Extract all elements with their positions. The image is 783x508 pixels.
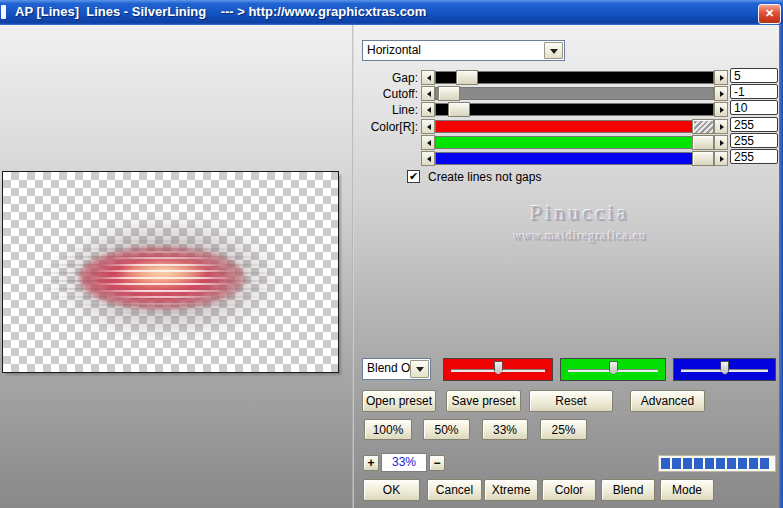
watermark-name: Pinuccia — [440, 200, 720, 226]
progress-segment — [661, 458, 670, 469]
green-mix-slider[interactable] — [560, 358, 666, 381]
progress-segment — [738, 458, 747, 469]
watermark-url: www.maidiregrafica.eu — [440, 229, 720, 244]
slider-thumb[interactable] — [448, 102, 470, 117]
slider-left-arrow-icon[interactable] — [421, 102, 435, 117]
slider-thumb[interactable] — [692, 135, 714, 150]
zoom-out-button[interactable]: − — [429, 455, 445, 471]
slider-track[interactable] — [435, 103, 714, 116]
slider-left-arrow-icon[interactable] — [421, 135, 435, 150]
title-bar[interactable]: AP [Lines] Lines - SilverLining --- > ht… — [0, 0, 783, 25]
red-mix-slider[interactable] — [443, 358, 553, 381]
chevron-down-icon — [416, 367, 424, 376]
window-border — [779, 25, 783, 508]
blend-button[interactable]: Blend — [601, 479, 655, 501]
slider-track[interactable] — [435, 120, 714, 133]
reset-button[interactable]: Reset — [529, 390, 613, 412]
slider-track[interactable] — [435, 136, 714, 149]
preview-canvas[interactable] — [2, 171, 339, 373]
save-preset-button[interactable]: Save preset — [446, 390, 521, 412]
slider-right-arrow-icon[interactable] — [714, 70, 728, 85]
slider-left-arrow-icon[interactable] — [421, 119, 435, 134]
open-preset-button[interactable]: Open preset — [362, 390, 436, 412]
slider-left-arrow-icon[interactable] — [421, 151, 435, 166]
color-red-slider[interactable] — [421, 119, 728, 134]
gap-label: Gap: — [348, 71, 418, 85]
line-label: Line: — [348, 103, 418, 117]
ok-button[interactable]: OK — [363, 479, 420, 501]
slider-thumb[interactable] — [692, 151, 714, 166]
slider-right-arrow-icon[interactable] — [714, 86, 728, 101]
gap-value-input[interactable] — [730, 68, 778, 83]
color-b-value-input[interactable] — [730, 149, 778, 164]
blue-mix-slider[interactable] — [673, 358, 776, 381]
line-value-input[interactable] — [730, 100, 778, 115]
zoom-level-value: 33% — [381, 453, 427, 472]
blend-options-dropdown[interactable]: Blend Optio — [362, 358, 431, 380]
cancel-button[interactable]: Cancel — [427, 479, 482, 501]
progress-segment — [760, 458, 769, 469]
slider-thumb[interactable] — [438, 86, 460, 101]
mix-thumb[interactable] — [720, 361, 729, 375]
checkbox-label: Create lines not gaps — [428, 170, 541, 184]
pattern-dropdown[interactable]: Horizontal — [362, 40, 565, 61]
advanced-button[interactable]: Advanced — [630, 390, 705, 412]
window-icon — [1, 5, 6, 19]
slider-thumb[interactable] — [692, 119, 714, 134]
blend-dropdown-value: Blend Optio — [367, 361, 413, 375]
slider-right-arrow-icon[interactable] — [714, 151, 728, 166]
slider-right-arrow-icon[interactable] — [714, 135, 728, 150]
watermark: Pinuccia www.maidiregrafica.eu — [440, 200, 720, 244]
progress-segment — [749, 458, 758, 469]
slider-left-arrow-icon[interactable] — [421, 86, 435, 101]
mix-thumb[interactable] — [494, 361, 503, 375]
progress-segment — [705, 458, 714, 469]
progress-segment — [716, 458, 725, 469]
slider-right-arrow-icon[interactable] — [714, 102, 728, 117]
progress-segment — [727, 458, 736, 469]
close-button[interactable]: ✕ — [758, 4, 781, 24]
zoom-50-button[interactable]: 50% — [423, 419, 470, 440]
window-title: AP [Lines] Lines - SilverLining --- > ht… — [15, 4, 426, 19]
xtreme-button[interactable]: Xtreme — [484, 479, 538, 501]
progress-segment — [672, 458, 681, 469]
zoom-in-button[interactable]: + — [363, 455, 379, 471]
zoom-100-button[interactable]: 100% — [364, 419, 412, 440]
slider-track[interactable] — [435, 87, 714, 100]
slider-thumb[interactable] — [456, 70, 478, 85]
color-g-value-input[interactable] — [730, 133, 778, 148]
slider-left-arrow-icon[interactable] — [421, 70, 435, 85]
zoom-25-button[interactable]: 25% — [540, 419, 587, 440]
cutoff-slider[interactable] — [421, 86, 728, 101]
checkbox-checked[interactable]: ✔ — [407, 170, 420, 183]
plugin-window: AP [Lines] Lines - SilverLining --- > ht… — [0, 0, 783, 508]
zoom-33-button[interactable]: 33% — [482, 419, 528, 440]
progress-bar — [658, 455, 776, 472]
preview-line-stripes — [71, 238, 255, 318]
color-r-value-input[interactable] — [730, 117, 778, 132]
pattern-dropdown-value: Horizontal — [367, 43, 421, 57]
color-r-label: Color[R]: — [348, 120, 418, 134]
color-button[interactable]: Color — [542, 479, 596, 501]
cutoff-label: Cutoff: — [348, 87, 418, 101]
color-blue-slider[interactable] — [421, 151, 728, 166]
dropdown-arrow-button[interactable] — [410, 360, 429, 378]
line-slider[interactable] — [421, 102, 728, 117]
dropdown-arrow-button[interactable] — [544, 42, 563, 59]
color-green-slider[interactable] — [421, 135, 728, 150]
slider-track[interactable] — [435, 152, 714, 165]
mix-thumb[interactable] — [609, 361, 618, 375]
progress-segment — [694, 458, 703, 469]
cutoff-value-input[interactable] — [730, 84, 778, 99]
mode-button[interactable]: Mode — [660, 479, 714, 501]
chevron-down-icon — [550, 49, 558, 58]
gap-slider[interactable] — [421, 70, 728, 85]
progress-segment — [683, 458, 692, 469]
slider-right-arrow-icon[interactable] — [714, 119, 728, 134]
